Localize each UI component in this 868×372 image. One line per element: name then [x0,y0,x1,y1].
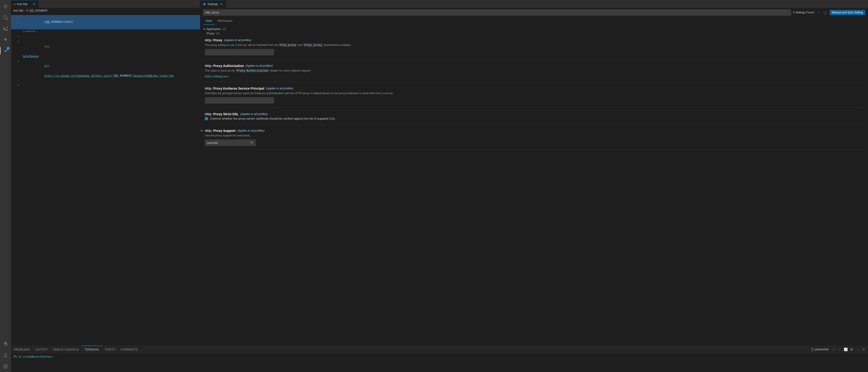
code-line-5: 5 [11,83,200,88]
breadcrumb-symbol[interactable]: ⦿ QQ_NUMBER [26,9,48,12]
breadcrumb: test.http › ⦿ QQ_NUMBER [11,8,200,13]
source-control-icon[interactable] [0,23,11,34]
setting-http-proxy-support-select[interactable]: off on fallback override [205,140,255,146]
tab-overflow-button[interactable]: ··· [193,0,200,8]
setting-http-proxy-title: Http: Proxy (Applies to all profiles) [205,38,863,42]
breadcrumb-file[interactable]: test.http [13,9,23,12]
explorer-icon[interactable]: ⎘ [0,1,11,12]
panel-tab-comments[interactable]: COMMENTS [118,345,141,353]
extensions-icon[interactable]: 2 [0,45,11,56]
code-line-1: 1 @QQ_NUMBER=10001 [11,15,200,29]
setting-http-proxy-strict-ssl-checkbox[interactable]: ✓ [205,117,208,120]
setting-http-proxy-authorization: Http: Proxy Authorization (Applies to al… [205,64,863,82]
panel-tab-terminal[interactable]: TERMINAL [82,345,102,353]
code-ref-hint: 1 reference [11,29,200,34]
split-terminal-button[interactable]: ⫞ [837,347,842,352]
settings-tree: ▼ Application (5) Proxy (5) [200,27,868,35]
main-container: ● test.http ✕ ··· test.http › ⦿ QQ_NUMBE… [11,0,868,372]
setting-http-proxy-support-gear[interactable]: ⚙ [200,129,203,133]
bottom-panel: PROBLEMS OUTPUT DEBUG CONSOLE TERMINAL P… [11,345,868,372]
tab-close-button[interactable]: ✕ [32,2,36,6]
tree-application-label: Application [206,27,221,31]
setting-http-proxy-strict-ssl: Http: Proxy Strict SSL (Applies to all p… [205,112,863,124]
close-panel-button[interactable]: ✕ [861,347,866,352]
panel-tab-output[interactable]: OUTPUT [33,345,51,353]
new-terminal-button[interactable]: ＋ [831,347,836,352]
setting-http-proxy-authorization-desc: The value to send as the Proxy-Authoriza… [205,68,863,73]
settings-tab-bar: ⚙ Settings ✕ [200,0,868,8]
panel-tab-debug-console[interactable]: DEBUG CONSOLE [51,345,82,353]
settings-tab-label: Settings [207,2,218,6]
panel-tab-actions: ⬛ powershell ＋ ⫞ ⬜ 🗑 ··· ✕ [809,345,868,353]
settings-count: 5 Settings Found [793,11,814,14]
workspace-tab[interactable]: Workspace [215,17,235,25]
setting-http-proxy-support-select-container: off on fallback override ▾ [205,140,863,146]
tree-application[interactable]: ▼ Application (5) [202,27,866,31]
settings-user-workspace-tabs: User Workspace [200,17,868,25]
settings-gear-icon[interactable] [0,361,11,372]
terminal-prompt: PS D:\CodeBase\Python> █ [13,355,57,359]
terminal-shell-label: ⬛ powershell [809,347,830,352]
account-icon[interactable] [0,350,11,361]
tree-application-count: (5) [223,27,226,31]
tree-proxy-count: (5) [216,32,220,35]
tab-file-icon: ● [14,3,16,6]
editor-panel: ● test.http ✕ ··· test.http › ⦿ QQ_NUMBE… [11,0,200,345]
editor-code: 1 @QQ_NUMBER=10001 1 reference 2 3 [11,13,200,345]
setting-http-proxy-support-title: Http: Proxy Support (Applies to all prof… [205,129,863,133]
edit-settings-json-link[interactable]: Edit in settings.json [205,75,228,78]
setting-http-proxy-kerberos-title: Http: Proxy Kerberos Service Principal (… [205,87,863,90]
settings-tab-close[interactable]: ✕ [220,2,223,6]
setting-http-proxy-support-desc: Use the proxy support for extensions. [205,134,863,138]
tree-proxy-label: Proxy [207,32,214,35]
split-editor-button[interactable]: ⋮ [816,10,822,15]
setting-http-proxy-input[interactable] [205,49,274,55]
editor-tab-bar: ● test.http ✕ ··· [11,0,200,8]
code-send-request-hint: Send Request [11,54,200,59]
setting-http-proxy-strict-ssl-label: Controls whether the proxy server certif… [210,117,336,120]
activity-bar: ⎘ 2 ⚗ [0,0,11,372]
setting-http-proxy-kerberos: Http: Proxy Kerberos Service Principal (… [205,87,863,108]
settings-action-buttons: ⋮ { } [816,10,828,15]
code-line-4: 4 GET http://q.qlogo.cn/headimg_dl?dst_u… [11,59,200,83]
setting-http-proxy-strict-ssl-row: ✓ Controls whether the proxy server cert… [205,117,863,120]
settings-panel: ⚙ Settings ✕ 5 Settings Found ⋮ { } Back… [200,0,868,345]
tab-filename: test.http [17,2,27,6]
search-icon[interactable] [0,12,11,23]
user-tab[interactable]: User [203,17,215,25]
setting-http-proxy-desc: The proxy setting to use. If not set, wi… [205,43,863,47]
editor-tab-test-http[interactable]: ● test.http ✕ [11,0,39,8]
setting-http-proxy: Http: Proxy (Applies to all profiles) Th… [205,38,863,59]
code-line-3: 3 ### [11,40,200,54]
kill-terminal-button[interactable]: 🗑 [849,347,854,352]
panel-more-button[interactable]: ··· [855,347,860,352]
settings-items-container: Http: Proxy (Applies to all profiles) Th… [200,35,868,157]
settings-tab-icon: ⚙ [203,2,206,6]
settings-tab[interactable]: ⚙ Settings ✕ [200,0,226,8]
settings-search-input[interactable] [203,9,791,16]
setting-http-proxy-authorization-title: Http: Proxy Authorization (Applies to al… [205,64,863,68]
panel-tab-problems[interactable]: PROBLEMS [11,345,33,353]
open-settings-json-button[interactable]: { } [822,10,828,15]
panel-tab-bar: PROBLEMS OUTPUT DEBUG CONSOLE TERMINAL P… [11,345,868,353]
tree-proxy[interactable]: Proxy (5) [202,31,866,35]
breadcrumb-separator: › [24,9,25,12]
settings-search-header: 5 Settings Found ⋮ { } Backup and Sync S… [200,8,868,17]
backup-sync-button[interactable]: Backup and Sync Setting [830,10,865,15]
testing-icon[interactable]: ⚗ [0,339,11,350]
terminal-content: PS D:\CodeBase\Python> █ [11,353,868,372]
setting-http-proxy-kerberos-input[interactable] [205,97,274,104]
terminal-shell-icon: ⬛ [811,348,814,351]
setting-http-proxy-support: ⚙ Http: Proxy Support (Applies to all pr… [205,129,863,150]
tree-chevron-application: ▼ [203,28,205,30]
extensions-badge: 2 [6,47,10,50]
panel-tab-ports[interactable]: PORTS [102,345,118,353]
code-line-2: 2 [11,35,200,40]
maximize-panel-button[interactable]: ⬜ [843,347,848,352]
setting-http-proxy-kerberos-desc: Overrides the principal service name for… [205,91,863,95]
run-debug-icon[interactable] [0,34,11,45]
editor-area: ● test.http ✕ ··· test.http › ⦿ QQ_NUMBE… [11,0,868,345]
terminal-cursor: █ [55,355,57,359]
setting-http-proxy-strict-ssl-title: Http: Proxy Strict SSL (Applies to all p… [205,112,863,116]
terminal-shell-name: powershell [815,348,828,351]
